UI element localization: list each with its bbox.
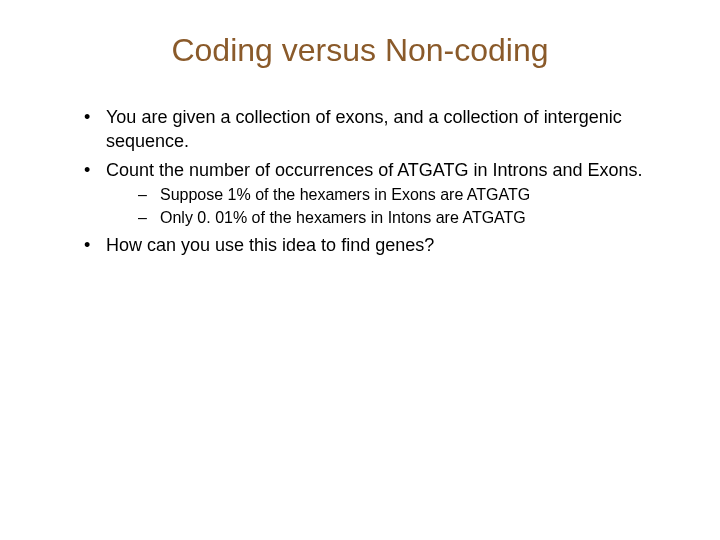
bullet-text: You are given a collection of exons, and…	[106, 107, 622, 151]
bullet-item: You are given a collection of exons, and…	[84, 105, 672, 154]
bullet-item: How can you use this idea to find genes?	[84, 233, 672, 257]
bullet-list: You are given a collection of exons, and…	[84, 105, 672, 257]
bullet-text: Count the number of occurrences of ATGAT…	[106, 160, 643, 180]
slide-title: Coding versus Non-coding	[48, 32, 672, 69]
sub-bullet-item: Suppose 1% of the hexamers in Exons are …	[138, 184, 672, 206]
sub-bullet-text: Only 0. 01% of the hexamers in Intons ar…	[160, 209, 526, 226]
sub-bullet-list: Suppose 1% of the hexamers in Exons are …	[138, 184, 672, 229]
sub-bullet-item: Only 0. 01% of the hexamers in Intons ar…	[138, 207, 672, 229]
slide: Coding versus Non-coding You are given a…	[0, 0, 720, 540]
sub-bullet-text: Suppose 1% of the hexamers in Exons are …	[160, 186, 530, 203]
bullet-item: Count the number of occurrences of ATGAT…	[84, 158, 672, 229]
bullet-text: How can you use this idea to find genes?	[106, 235, 434, 255]
